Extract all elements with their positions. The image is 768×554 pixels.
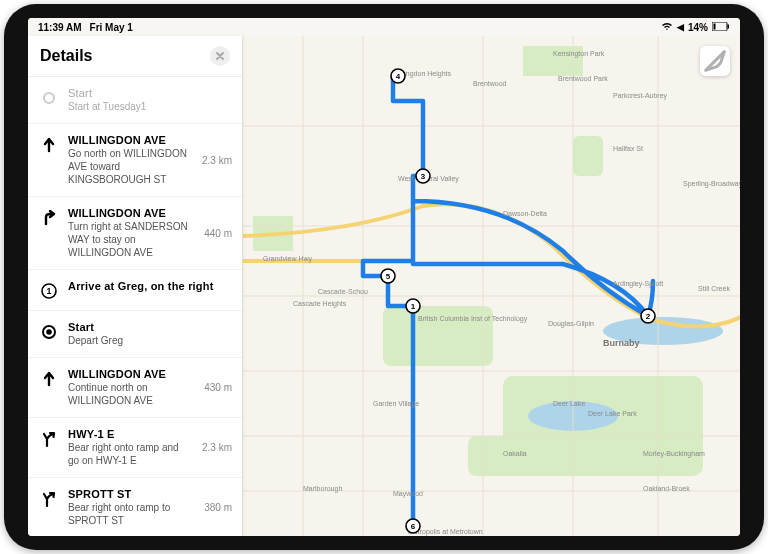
map-waypoint[interactable]: 5 <box>381 269 395 283</box>
panel-header: Details <box>28 36 242 77</box>
map-label: Kensington Park <box>553 50 605 58</box>
map-label: Cascade Heights <box>293 300 347 308</box>
step-title: SPROTT ST <box>68 488 192 500</box>
step-sub: Bear right onto ramp and go on HWY-1 E <box>68 441 190 467</box>
step-title: WILLINGDON AVE <box>68 368 192 380</box>
map-label: Halifax St <box>613 145 643 152</box>
map-label: Cascade-Schou <box>318 288 368 295</box>
arrow-up-icon <box>38 370 60 388</box>
arrow-up-icon <box>38 136 60 154</box>
step-sub: Depart Greg <box>68 334 232 347</box>
map-label: Maywood <box>393 490 423 498</box>
fork-right-icon <box>38 430 60 448</box>
step-distance: 2.3 km <box>198 155 232 166</box>
direction-step[interactable]: SPROTT STBear right onto ramp to SPROTT … <box>28 478 242 536</box>
step-title: WILLINGDON AVE <box>68 134 190 146</box>
svg-text:1: 1 <box>46 286 51 296</box>
direction-step[interactable]: WILLINGDON AVETurn right at SANDERSON WA… <box>28 197 242 270</box>
direction-step[interactable]: WILLINGDON AVEContinue north on WILLINGD… <box>28 358 242 418</box>
svg-text:5: 5 <box>386 272 391 281</box>
ipad-frame: 11:39 AM Fri May 1 ◀ 14% Details StartSt… <box>4 4 764 550</box>
step-sub: Bear right onto ramp to SPROTT ST <box>68 501 192 527</box>
map-label: Brentwood <box>473 80 507 87</box>
map-waypoint[interactable]: 1 <box>406 299 420 313</box>
map-label: Burnaby <box>603 338 640 348</box>
step-distance: 440 m <box>200 228 232 239</box>
details-panel: Details StartStart at Tuesday1WILLINGDON… <box>28 36 243 536</box>
svg-point-7 <box>46 329 52 335</box>
map-label: Dawson-Delta <box>503 210 547 217</box>
dot-fill-icon <box>38 323 60 341</box>
status-date: Fri May 1 <box>90 22 133 33</box>
map-label: Morley-Buckingham <box>643 450 705 458</box>
map-label: Deer Lake <box>553 400 585 407</box>
step-sub: Start at Tuesday1 <box>68 100 232 113</box>
svg-text:3: 3 <box>421 172 426 181</box>
battery-text: 14% <box>688 22 708 33</box>
map-label: Still Creek <box>698 285 730 292</box>
map-label: Garden Village <box>373 400 419 408</box>
svg-text:6: 6 <box>411 522 416 531</box>
step-title: Start <box>68 87 232 99</box>
step-distance: 2.3 km <box>198 442 232 453</box>
status-bar: 11:39 AM Fri May 1 ◀ 14% <box>28 18 740 36</box>
direction-step[interactable]: 1Arrive at Greg, on the right <box>28 270 242 311</box>
location-arrow-icon <box>700 46 730 76</box>
step-distance: 430 m <box>200 382 232 393</box>
turn-right-icon <box>38 209 60 227</box>
svg-rect-2 <box>728 24 730 28</box>
direction-step[interactable]: WILLINGDON AVEGo north on WILLINGDON AVE… <box>28 124 242 197</box>
wifi-icon <box>661 21 673 33</box>
svg-text:4: 4 <box>396 72 401 81</box>
map-canvas[interactable]: Willingdon HeightsBrentwoodBrentwood Par… <box>243 36 740 536</box>
map-label: Brentwood Park <box>558 75 608 82</box>
map-label: Grandview Hwy <box>263 255 313 263</box>
status-right: ◀ 14% <box>661 21 730 33</box>
num1-icon: 1 <box>38 282 60 300</box>
map-label: Sperling-Broadway <box>683 180 740 188</box>
svg-point-3 <box>44 93 54 103</box>
svg-text:1: 1 <box>411 302 416 311</box>
map-label: Oakalla <box>503 450 527 457</box>
fork-right-icon <box>38 490 60 508</box>
map-label: Deer Lake Park <box>588 410 637 417</box>
svg-rect-1 <box>714 23 716 29</box>
circle-dim-icon <box>38 89 60 107</box>
step-sub: Go north on WILLINGDON AVE toward KINGSB… <box>68 147 190 186</box>
map-label: Marlborough <box>303 485 342 493</box>
battery-icon <box>712 22 730 33</box>
panel-title: Details <box>40 47 92 65</box>
step-title: Arrive at Greg, on the right <box>68 280 232 292</box>
close-button[interactable] <box>210 46 230 66</box>
step-sub: Continue north on WILLINGDON AVE <box>68 381 192 407</box>
svg-text:2: 2 <box>646 312 651 321</box>
direction-step[interactable]: StartDepart Greg <box>28 311 242 358</box>
step-distance: 380 m <box>200 502 232 513</box>
map-waypoint[interactable]: 2 <box>641 309 655 323</box>
status-time: 11:39 AM <box>38 22 82 33</box>
direction-step[interactable]: HWY-1 EBear right onto ramp and go on HW… <box>28 418 242 478</box>
map-label: Oakland-Broek <box>643 485 690 492</box>
step-title: WILLINGDON AVE <box>68 207 192 219</box>
map-waypoint[interactable]: 6 <box>406 519 420 533</box>
map-label: Parkcrest-Aubrey <box>613 92 668 100</box>
step-sub: Turn right at SANDERSON WAY to stay on W… <box>68 220 192 259</box>
map-waypoint[interactable]: 3 <box>416 169 430 183</box>
screen: 11:39 AM Fri May 1 ◀ 14% Details StartSt… <box>28 18 740 536</box>
step-title: HWY-1 E <box>68 428 190 440</box>
step-title: Start <box>68 321 232 333</box>
map-waypoint[interactable]: 4 <box>391 69 405 83</box>
steps-list[interactable]: StartStart at Tuesday1WILLINGDON AVEGo n… <box>28 77 242 536</box>
map-label: British Columbia Inst of Technology <box>418 315 528 323</box>
compass-button[interactable] <box>700 46 730 76</box>
direction-step[interactable]: StartStart at Tuesday1 <box>28 77 242 124</box>
svg-rect-13 <box>573 136 603 176</box>
close-icon <box>215 51 225 61</box>
map-label: Douglas-Gilpin <box>548 320 594 328</box>
map-label: Ardingley-Sprott <box>613 280 663 288</box>
